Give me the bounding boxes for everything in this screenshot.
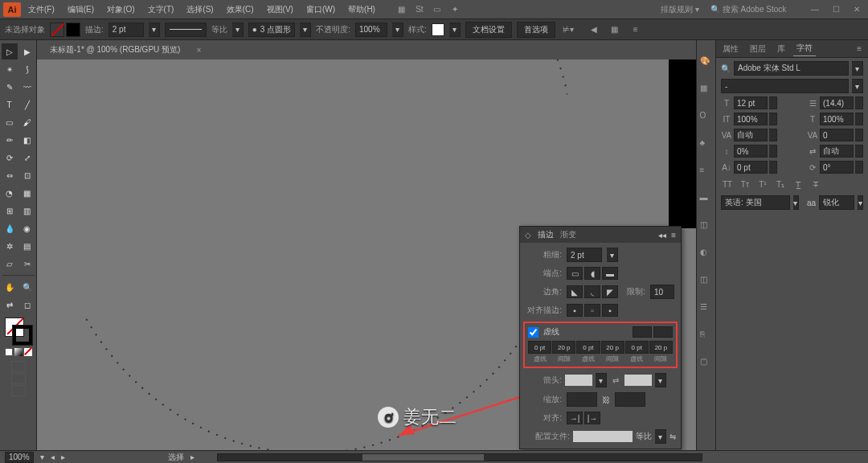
vscale-input[interactable]: 100%	[734, 113, 768, 125]
uniform-dd[interactable]: ▾	[232, 23, 244, 37]
align-menu-icon[interactable]: ⊭▾	[560, 23, 576, 36]
arrow-start-select[interactable]	[565, 375, 592, 386]
curvature-tool[interactable]: 〰	[19, 79, 35, 95]
dashed-line-checkbox[interactable]	[528, 327, 538, 338]
brush-profile-dd[interactable]: ▾	[300, 23, 311, 37]
subscript-icon[interactable]: T₁	[774, 180, 787, 189]
strikethrough-icon[interactable]: T̶	[809, 180, 822, 189]
eyedropper-tool[interactable]: 💧	[2, 220, 18, 236]
tracking-input[interactable]: 0	[820, 129, 854, 141]
panel-flyout-icon[interactable]: ≡	[671, 231, 676, 240]
symbol-sprayer-tool[interactable]: ✲	[2, 238, 18, 254]
leading-input[interactable]: (14.4)	[820, 96, 854, 109]
document-tab-close-icon[interactable]: ×	[196, 46, 201, 55]
line-tool[interactable]: ╱	[19, 96, 35, 113]
direct-selection-tool[interactable]: ▶	[19, 43, 35, 59]
dash-align-icon[interactable]	[653, 326, 673, 338]
arrange-icon[interactable]: ▭	[429, 3, 445, 16]
appearance-panel-icon[interactable]: ◐	[700, 248, 713, 260]
panel-menu-icon[interactable]: ▦	[607, 23, 623, 36]
scale-tool[interactable]: ⤢	[19, 150, 35, 166]
horizontal-scrollbar[interactable]	[217, 453, 702, 461]
font-size-dd[interactable]	[769, 96, 777, 109]
weight-input[interactable]: 2 pt	[567, 248, 602, 262]
swatches-panel-icon[interactable]: ▦	[700, 84, 713, 96]
nav-next-icon[interactable]: ▸	[61, 453, 65, 461]
stroke-style-preview[interactable]	[165, 23, 207, 37]
graphic-styles-icon[interactable]: ◫	[700, 275, 713, 288]
paintbrush-tool[interactable]: 🖌	[19, 114, 35, 130]
smallcaps-icon[interactable]: Tт	[739, 180, 751, 189]
zoom-tool[interactable]: 🔍	[19, 279, 35, 295]
menu-object[interactable]: 对象(O)	[101, 2, 140, 18]
underline-icon[interactable]: T̲	[792, 180, 805, 189]
search-stock-input[interactable]: 🔍 搜索 Adobe Stock	[706, 2, 802, 17]
gradient-panel-icon[interactable]: ▬	[700, 193, 713, 206]
join-miter-icon[interactable]: ◣	[567, 285, 583, 298]
stroke-swatch[interactable]	[66, 23, 80, 37]
tsume-input[interactable]: 自动	[820, 145, 854, 158]
gradient-tool[interactable]: ▥	[19, 203, 35, 219]
arrow-align-tip-icon[interactable]: →|	[567, 412, 583, 424]
align-outside-icon[interactable]: ▪	[602, 304, 618, 317]
miter-limit-input[interactable]: 10	[650, 285, 674, 299]
tab-libraries[interactable]: 库	[774, 42, 788, 56]
toggle-fill-stroke[interactable]: ⇄	[2, 297, 18, 313]
antialias-select[interactable]: 锐化	[819, 195, 854, 210]
tracking-dd[interactable]	[855, 129, 863, 141]
blend-tool[interactable]: ◉	[19, 220, 35, 236]
hand-tool[interactable]: ✋	[2, 279, 18, 295]
tab-properties[interactable]: 属性	[719, 42, 742, 56]
gap-1-input[interactable]: 20 p	[552, 341, 575, 354]
font-family-select[interactable]: Adobe 宋体 Std L	[734, 61, 849, 76]
selection-tool[interactable]: ▷	[2, 43, 18, 59]
fill-swatch[interactable]	[50, 23, 64, 37]
weight-dd[interactable]: ▾	[607, 248, 618, 262]
eraser-tool[interactable]: ◧	[19, 132, 35, 148]
stroke-weight-input[interactable]: 2 pt	[108, 23, 144, 37]
stroke-tab[interactable]: 描边	[538, 229, 554, 240]
superscript-icon[interactable]: T¹	[756, 180, 769, 189]
rectangle-tool[interactable]: ▭	[2, 114, 18, 130]
document-tab[interactable]: 未标题-1* @ 100% (RGB/GPU 预览)	[43, 41, 186, 59]
menu-file[interactable]: 文件(F)	[23, 2, 60, 18]
gap-2-input[interactable]: 20 p	[601, 341, 624, 354]
dashed-ellipse-path[interactable]	[85, 59, 567, 450]
kerning-input[interactable]: 自动	[734, 129, 768, 141]
panel-menu2-icon[interactable]: ≡	[628, 23, 644, 36]
brushes-panel-icon[interactable]: Ο	[700, 111, 713, 124]
arrow-scale-end[interactable]	[615, 392, 645, 407]
antialias-dd[interactable]: ▾	[858, 195, 863, 210]
stroke-panel-icon[interactable]: ≡	[700, 166, 713, 178]
allcaps-icon[interactable]: TT	[721, 180, 734, 189]
menu-select[interactable]: 选择(S)	[181, 2, 219, 18]
baseline-pct-input[interactable]: 0%	[734, 145, 768, 158]
panel-collapse-icon[interactable]: ◀	[586, 23, 602, 36]
zoom-level-input[interactable]: 100%	[5, 452, 34, 463]
swap-arrows-icon[interactable]: ⇄	[610, 375, 621, 386]
brush-profile[interactable]: ●3 点圆形	[248, 23, 295, 37]
window-close-icon[interactable]: ✕	[849, 3, 865, 16]
graphic-style-dd[interactable]: ▾	[449, 23, 461, 37]
dash-2-input[interactable]: 0 pt	[576, 341, 600, 354]
shaper-tool[interactable]: ✏	[2, 132, 18, 148]
link-scale-icon[interactable]: ⛓	[602, 395, 610, 404]
dash-preserve-icon[interactable]	[633, 326, 652, 338]
stock-icon[interactable]: St	[411, 3, 428, 16]
width-tool[interactable]: ⇔	[2, 167, 18, 183]
symbols-panel-icon[interactable]: ♣	[700, 138, 713, 151]
rotate-tool[interactable]: ⟳	[2, 150, 18, 166]
stroke-weight-dd[interactable]: ▾	[149, 23, 160, 37]
cap-butt-icon[interactable]: ▭	[567, 267, 583, 280]
font-style-select[interactable]: -	[721, 79, 849, 93]
baseline-shift-input[interactable]: 0 pt	[734, 161, 768, 174]
stroke-panel[interactable]: ◇ 描边 渐变 ◂◂≡ 粗细:2 pt▾ 端点: ▭◖▬ 边角: ◣◟◤ 限制:…	[519, 226, 682, 449]
arrow-end-select[interactable]	[624, 375, 652, 386]
hscale-input[interactable]: 100%	[820, 113, 854, 125]
artboards-panel-icon[interactable]: ▢	[700, 357, 713, 370]
join-round-icon[interactable]: ◟	[584, 285, 600, 298]
vscale-dd[interactable]	[769, 113, 777, 125]
language-dd[interactable]: ▾	[793, 195, 799, 210]
color-mode-row[interactable]	[5, 348, 32, 356]
shape-builder-tool[interactable]: ◔	[2, 185, 18, 201]
